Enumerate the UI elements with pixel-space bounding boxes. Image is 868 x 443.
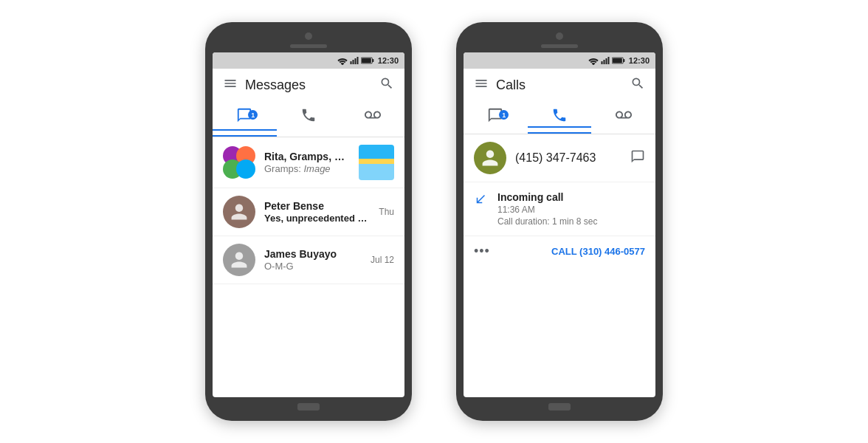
svg-rect-5 <box>372 59 373 62</box>
svg-rect-1 <box>352 60 354 64</box>
battery-icon-left <box>361 56 374 65</box>
left-phone: 12:30 Messages <box>205 22 412 421</box>
wifi-icon-left <box>337 56 348 65</box>
tab-messages-left[interactable]: 1 <box>213 101 277 137</box>
signal-icon-left <box>350 56 359 65</box>
call-time: 11:36 AM <box>497 205 645 215</box>
tabs-left: 1 <box>213 101 404 137</box>
tab-voicemail-left[interactable] <box>340 101 404 137</box>
tab-calls-left[interactable] <box>277 101 341 137</box>
voicemail-tab-icon-left <box>365 107 381 123</box>
item-sub-3: O-M-G <box>264 261 362 272</box>
calls-detail-list: (415) 347-7463 Incoming call 11: <box>464 134 655 397</box>
item-title-3: James Buyayo <box>264 248 362 260</box>
messages-title: Messages <box>245 78 372 93</box>
svg-rect-13 <box>613 58 622 63</box>
incoming-call-label: Incoming call <box>497 191 645 203</box>
avatar-james <box>223 244 255 276</box>
tab-messages-right[interactable]: 1 <box>464 101 528 134</box>
svg-rect-2 <box>354 58 356 64</box>
status-icons-right: 12:30 <box>588 56 650 65</box>
phone-speaker-left <box>290 44 327 48</box>
tab-calls-right[interactable] <box>528 101 592 134</box>
phone-speaker-right <box>541 44 578 48</box>
home-button-left[interactable] <box>297 403 320 411</box>
status-icons-left: 12:30 <box>337 56 399 65</box>
call-number-row[interactable]: (415) 347-7463 <box>464 134 655 182</box>
item-content-1: Rita, Gramps, Jill, James Gramps: Image <box>264 151 350 174</box>
messages-tab-badge-left: 1 <box>248 110 258 120</box>
menu-icon-left[interactable] <box>223 76 238 94</box>
incoming-call-arrow <box>474 193 487 210</box>
messages-screen: 12:30 Messages <box>213 52 404 397</box>
tab-underline-calls <box>528 126 592 128</box>
calls-title: Calls <box>496 78 623 93</box>
toolbar-left: Messages <box>213 69 404 101</box>
item-sub-1: Gramps: Image <box>264 163 350 174</box>
call-log-row[interactable]: Incoming call 11:36 AM Call duration: 1 … <box>464 182 655 236</box>
wifi-icon-right <box>588 56 599 65</box>
svg-rect-0 <box>350 61 351 64</box>
tabs-right: 1 <box>464 101 655 134</box>
status-time-right: 12:30 <box>629 56 650 65</box>
group-avatar <box>223 146 255 179</box>
avatar-peter <box>223 196 255 228</box>
status-bar-right: 12:30 <box>464 52 655 69</box>
item-title-1: Rita, Gramps, Jill, James <box>264 151 350 162</box>
search-icon-right[interactable] <box>630 76 645 94</box>
svg-rect-6 <box>362 58 371 63</box>
call-actions-row: ••• CALL (310) 446-0577 <box>464 236 655 267</box>
list-item[interactable]: Rita, Gramps, Jill, James Gramps: Image <box>213 137 404 188</box>
status-bar-left: 12:30 <box>213 52 404 69</box>
beach-thumbnail <box>359 145 394 180</box>
phone-camera-right <box>556 32 563 40</box>
messages-tab-badge-right: 1 <box>499 110 509 120</box>
voicemail-tab-icon-right <box>616 107 632 123</box>
item-time-2: Thu <box>379 207 394 217</box>
call-duration: Call duration: 1 min 8 sec <box>497 216 645 227</box>
item-time-3: Jul 12 <box>371 255 394 265</box>
contact-avatar <box>474 142 506 174</box>
home-button-right[interactable] <box>548 403 571 411</box>
item-content-2: Peter Bense Yes, unprecedented consumer … <box>264 200 370 224</box>
svg-rect-3 <box>356 57 358 64</box>
more-options-button[interactable]: ••• <box>474 244 490 259</box>
calls-tab-icon-left <box>300 107 317 123</box>
phone-camera-left <box>305 32 312 40</box>
right-phone: 12:30 Calls <box>456 22 663 421</box>
battery-icon-right <box>612 56 625 65</box>
message-icon-call[interactable] <box>630 149 645 167</box>
list-item[interactable]: Peter Bense Yes, unprecedented consumer … <box>213 188 404 236</box>
signal-icon-right <box>601 56 610 65</box>
svg-rect-7 <box>601 61 602 64</box>
item-title-2: Peter Bense <box>264 200 370 212</box>
svg-rect-10 <box>607 57 609 64</box>
call-log-content: Incoming call 11:36 AM Call duration: 1 … <box>497 191 645 227</box>
beach-image <box>359 145 394 180</box>
tab-underline-messages <box>213 129 277 131</box>
svg-rect-9 <box>605 58 607 64</box>
calls-tab-icon-right <box>551 107 568 123</box>
svg-rect-12 <box>623 59 624 62</box>
status-time-left: 12:30 <box>378 56 399 65</box>
calls-screen: 12:30 Calls <box>464 52 655 397</box>
avatar-sm-4 <box>236 159 255 179</box>
item-content-3: James Buyayo O-M-G <box>264 248 362 272</box>
search-icon-left[interactable] <box>379 76 394 94</box>
menu-icon-right[interactable] <box>474 76 489 94</box>
tab-voicemail-right[interactable] <box>591 101 655 134</box>
call-back-link[interactable]: CALL (310) 446-0577 <box>551 246 645 257</box>
toolbar-right: Calls <box>464 69 655 101</box>
call-number-display: (415) 347-7463 <box>515 151 621 165</box>
conversation-list: Rita, Gramps, Jill, James Gramps: Image <box>213 137 404 397</box>
svg-rect-8 <box>603 60 604 64</box>
item-sub-2: Yes, unprecedented consumer value! <box>264 213 370 224</box>
list-item[interactable]: James Buyayo O-M-G Jul 12 <box>213 236 404 284</box>
